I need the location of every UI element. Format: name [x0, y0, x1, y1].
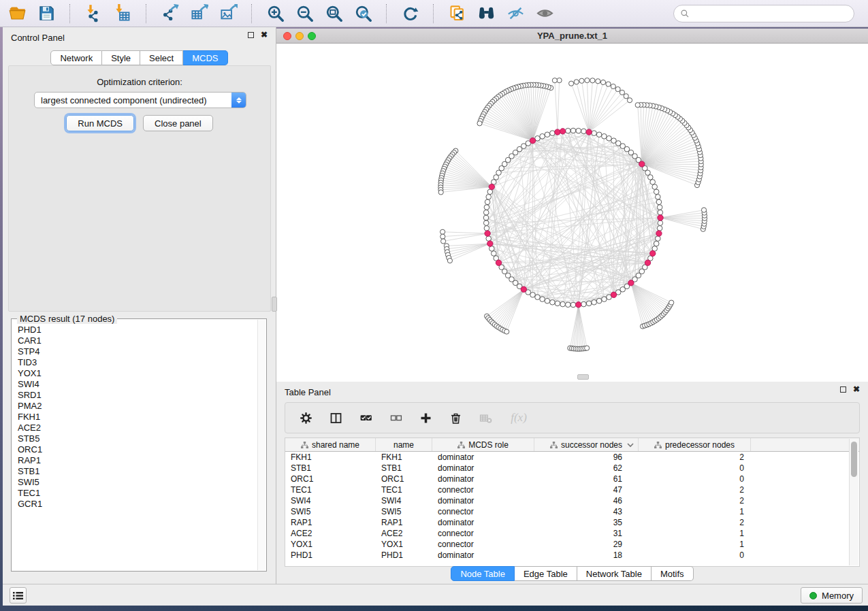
save-icon[interactable] [36, 3, 57, 24]
table-tab-motifs[interactable]: Motifs [652, 566, 694, 581]
sort-chevron-icon[interactable] [627, 442, 634, 448]
result-node[interactable]: SRD1 [18, 390, 257, 401]
cell-shared-name: SWI4 [285, 495, 376, 506]
select-all-icon[interactable] [357, 410, 374, 426]
result-node[interactable]: RAP1 [18, 455, 257, 466]
table-scrollbar[interactable] [849, 439, 858, 565]
result-node[interactable]: CAR1 [18, 335, 257, 346]
tab-network[interactable]: Network [50, 50, 102, 65]
tab-select[interactable]: Select [140, 50, 183, 65]
table-row[interactable]: ORC1ORC1dominator610 [285, 474, 859, 484]
result-node[interactable]: SWI4 [18, 379, 257, 390]
eye-slash-icon[interactable] [505, 3, 526, 24]
table-tab-edge-table[interactable]: Edge Table [515, 566, 577, 581]
import-network-icon[interactable] [83, 3, 103, 24]
tab-style[interactable]: Style [102, 50, 140, 65]
refresh-icon[interactable] [400, 3, 420, 24]
settings-gear-icon[interactable] [298, 410, 314, 426]
graph-leaf-nodes[interactable] [438, 78, 707, 352]
mcds-result-list[interactable]: PHD1CAR1STP4TID3YOX1SWI4SRD1PMA2FKH1ACE2… [12, 320, 257, 570]
result-node[interactable]: GCR1 [18, 499, 257, 510]
control-panel-title: Control Panel [11, 33, 65, 43]
column-type-icon [301, 442, 308, 448]
result-node[interactable]: YOX1 [18, 368, 257, 379]
delete-column-icon[interactable] [447, 410, 464, 426]
window-zoom-icon[interactable] [308, 32, 316, 40]
cell-MCDS-role: connector [432, 528, 534, 539]
cell-shared-name: SWI5 [285, 506, 376, 517]
cell-name: SWI5 [376, 506, 432, 517]
column-header-shared-name[interactable]: shared name [285, 438, 376, 451]
table-row[interactable]: SWI5SWI5connector431 [285, 506, 859, 517]
run-mcds-button[interactable]: Run MCDS [66, 115, 134, 131]
window-close-icon[interactable] [283, 32, 291, 40]
table-scrollbar-thumb[interactable] [851, 442, 857, 477]
table-tab-network-table[interactable]: Network Table [577, 566, 652, 581]
cell-successor-nodes: 47 [534, 484, 639, 495]
result-node[interactable]: FKH1 [18, 412, 257, 423]
result-node[interactable]: TEC1 [18, 488, 257, 499]
table-row[interactable]: RAP1RAP1dominator352 [285, 517, 859, 528]
import-table-icon[interactable] [112, 3, 133, 24]
result-node[interactable]: ACE2 [18, 423, 257, 433]
cell-successor-nodes: 31 [534, 528, 639, 539]
network-canvas[interactable] [276, 44, 868, 382]
close-panel-button[interactable]: Close panel [143, 115, 213, 131]
task-history-button[interactable] [10, 587, 27, 604]
task-list-icon [13, 591, 23, 600]
binoculars-icon[interactable] [476, 3, 496, 24]
column-header-MCDS-role[interactable]: MCDS role [432, 438, 534, 451]
open-folder-icon[interactable] [7, 3, 27, 24]
deselect-all-icon[interactable] [387, 410, 404, 426]
memory-button[interactable]: Memory [801, 587, 863, 604]
table-row[interactable]: FKH1FKH1dominator962 [285, 452, 859, 463]
result-node[interactable]: SWI5 [18, 477, 257, 488]
table-row[interactable]: TEC1TEC1connector472 [285, 484, 859, 495]
vertical-splitter-handle[interactable] [272, 297, 277, 312]
search-box[interactable] [673, 5, 854, 22]
search-input[interactable] [694, 9, 848, 19]
result-node[interactable]: STP4 [18, 346, 257, 357]
result-node[interactable]: STB5 [18, 433, 257, 444]
optimization-criterion-select[interactable]: largest connected component (undirected) [34, 92, 246, 108]
tab-mcds[interactable]: MCDS [183, 50, 227, 65]
float-panel-icon[interactable] [248, 32, 254, 38]
table-tab-node-table[interactable]: Node Table [451, 566, 515, 581]
table-row[interactable]: SWI4SWI4dominator462 [285, 495, 859, 506]
columns-icon[interactable] [327, 410, 344, 426]
column-header-name[interactable]: name [376, 438, 432, 451]
column-header-predecessor-nodes[interactable]: predecessor nodes [639, 438, 751, 451]
cell-shared-name: PHD1 [285, 550, 376, 561]
column-type-icon [457, 442, 465, 448]
export-network-icon[interactable] [159, 3, 180, 24]
result-node[interactable]: TID3 [18, 357, 257, 368]
network-window-titlebar[interactable]: YPA_prune.txt_1 [276, 29, 868, 44]
table-row[interactable]: ACE2ACE2connector311 [285, 528, 859, 539]
export-image-icon[interactable] [218, 3, 238, 24]
zoom-fit-icon[interactable] [323, 3, 344, 24]
network-graph[interactable] [276, 44, 868, 382]
zoom-in-icon[interactable] [265, 3, 285, 24]
zoom-out-icon[interactable] [294, 3, 315, 24]
result-node[interactable]: PHD1 [18, 325, 257, 335]
export-table-icon[interactable] [189, 3, 209, 24]
network-document-icon[interactable] [447, 3, 467, 24]
table-row[interactable]: YOX1YOX1connector291 [285, 539, 859, 550]
close-panel-icon[interactable]: ✖ [261, 32, 268, 38]
delete-table-icon [477, 410, 494, 426]
window-minimize-icon[interactable] [295, 32, 304, 40]
result-node[interactable]: ORC1 [18, 444, 257, 455]
column-header-successor-nodes[interactable]: successor nodes [534, 438, 639, 451]
table-row[interactable]: PHD1PHD1dominator180 [285, 550, 859, 561]
add-column-icon[interactable] [417, 410, 434, 426]
result-node[interactable]: PMA2 [18, 401, 257, 412]
result-list-scrollbar[interactable] [257, 320, 266, 570]
eye-icon[interactable] [534, 3, 555, 24]
column-header-filler [751, 438, 859, 451]
table-row[interactable]: STB1STB1dominator620 [285, 463, 859, 474]
result-node[interactable]: STB1 [18, 466, 257, 477]
close-table-panel-icon[interactable]: ✖ [853, 386, 860, 393]
float-table-panel-icon[interactable] [840, 386, 846, 393]
horizontal-splitter-handle[interactable] [577, 374, 589, 380]
zoom-selected-icon[interactable] [353, 3, 373, 24]
